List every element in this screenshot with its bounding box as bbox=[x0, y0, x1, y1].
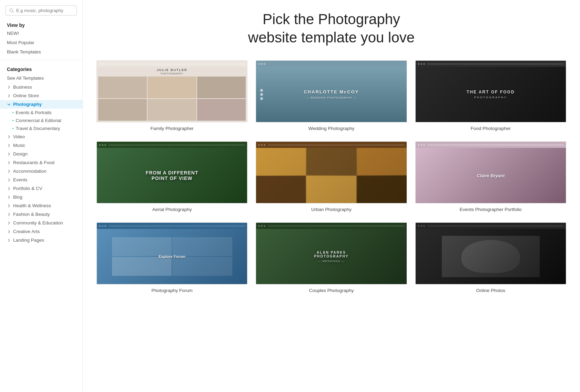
sidebar-item-blog[interactable]: Blog bbox=[0, 193, 82, 201]
cat-label-music: Music bbox=[13, 143, 25, 148]
chevron-right-icon bbox=[7, 178, 11, 182]
chevron-right-icon bbox=[7, 187, 11, 191]
view-by-heading: View by bbox=[0, 21, 82, 29]
mock-chrome bbox=[256, 142, 406, 148]
chevron-right-icon bbox=[7, 94, 11, 98]
template-card-aerial[interactable]: FROM A DIFFERENTPOINT OF VIEW Aerial Pho… bbox=[96, 141, 247, 212]
template-card-wedding[interactable]: CHARLOTTE McCOY— WEDDING PHOTOGRAPHY — W… bbox=[256, 60, 407, 131]
template-name-forum: Photography Forum bbox=[96, 288, 247, 293]
subitem-events-portraits[interactable]: Events & Portraits bbox=[12, 109, 82, 117]
template-card-couples[interactable]: ALAN PARKSPHOTOGRAPHY— WEDDINGS — Couple… bbox=[256, 222, 407, 293]
chevron-right-icon bbox=[7, 230, 11, 234]
mock-chrome bbox=[97, 142, 247, 148]
search-input[interactable] bbox=[16, 8, 73, 13]
cat-label-restaurants: Restaurants & Food bbox=[13, 160, 54, 165]
sidebar-item-business[interactable]: Business bbox=[0, 83, 82, 91]
template-thumb-aerial: FROM A DIFFERENTPOINT OF VIEW bbox=[96, 141, 247, 203]
photography-subitems: Events & Portraits Commercial & Editoria… bbox=[0, 109, 82, 132]
template-name-wedding: Wedding Photography bbox=[256, 126, 407, 131]
chevron-right-icon bbox=[7, 238, 11, 242]
template-card-family[interactable]: JULIE BUTLERPHOTOGRAPHY Family Photograp… bbox=[96, 60, 247, 131]
sidebar-item-see-all[interactable]: See All Templates bbox=[0, 73, 82, 83]
cat-label-events: Events bbox=[13, 177, 27, 182]
template-name-food: Food Photographer bbox=[415, 126, 566, 131]
chevron-right-icon bbox=[7, 169, 11, 173]
template-card-online[interactable]: Online Photos bbox=[415, 222, 566, 293]
cat-label-video: Video bbox=[13, 134, 25, 139]
chevron-right-icon bbox=[7, 85, 11, 89]
mock-chrome bbox=[416, 142, 566, 148]
template-thumb-wedding: CHARLOTTE McCOY— WEDDING PHOTOGRAPHY — bbox=[256, 60, 407, 122]
sidebar-item-community[interactable]: Community & Education bbox=[0, 219, 82, 227]
templates-grid: JULIE BUTLERPHOTOGRAPHY Family Photograp… bbox=[96, 60, 566, 293]
chevron-right-icon bbox=[7, 143, 11, 148]
mock-chrome bbox=[97, 223, 247, 229]
cat-label-photography: Photography bbox=[13, 102, 42, 107]
sidebar-item-restaurants[interactable]: Restaurants & Food bbox=[0, 158, 82, 167]
chevron-down-icon bbox=[7, 102, 11, 107]
subitem-commercial-editorial[interactable]: Commercial & Editorial bbox=[12, 117, 82, 124]
chevron-right-icon bbox=[7, 152, 11, 156]
cat-label-landing: Landing Pages bbox=[13, 238, 44, 243]
cat-label-design: Design bbox=[13, 151, 28, 157]
cat-label-portfolio: Portfolio & CV bbox=[13, 186, 42, 191]
template-thumb-forum: Explore Forum bbox=[96, 222, 247, 284]
cat-label-blog: Blog bbox=[13, 194, 22, 200]
search-box[interactable] bbox=[6, 6, 77, 16]
chevron-right-icon bbox=[7, 195, 11, 199]
chevron-right-icon bbox=[7, 221, 11, 225]
sidebar-item-portfolio[interactable]: Portfolio & CV bbox=[0, 184, 82, 193]
sidebar-item-online-store[interactable]: Online Store bbox=[0, 91, 82, 100]
chevron-right-icon bbox=[7, 212, 11, 217]
sidebar-item-blank-templates[interactable]: Blank Templates bbox=[0, 47, 82, 57]
template-name-aerial: Aerial Photography bbox=[96, 207, 247, 212]
cat-label-community: Community & Education bbox=[13, 220, 63, 225]
sidebar-item-new[interactable]: NEW! bbox=[0, 29, 82, 38]
sidebar-item-events[interactable]: Events bbox=[0, 175, 82, 184]
categories-heading: Categories bbox=[0, 64, 82, 73]
cat-label-online-store: Online Store bbox=[13, 93, 39, 98]
template-thumb-events: Claire Bryant bbox=[415, 141, 566, 203]
template-card-events[interactable]: Claire Bryant Events Photographer Portfo… bbox=[415, 141, 566, 212]
chevron-right-icon bbox=[7, 161, 11, 165]
mock-chrome bbox=[416, 61, 566, 67]
template-thumb-food: THE ART OF FOODPHOTOGRAPHY bbox=[415, 60, 566, 122]
cat-label-creative: Creative Arts bbox=[13, 229, 40, 234]
cat-label-health: Health & Wellness bbox=[13, 203, 51, 208]
mock-chrome bbox=[256, 61, 406, 67]
sidebar-item-creative[interactable]: Creative Arts bbox=[0, 227, 82, 236]
template-thumb-family: JULIE BUTLERPHOTOGRAPHY bbox=[96, 60, 247, 122]
chevron-right-icon bbox=[7, 204, 11, 208]
svg-line-1 bbox=[12, 11, 14, 13]
mock-chrome bbox=[256, 223, 406, 229]
main-content: Pick the Photography website template yo… bbox=[83, 0, 580, 392]
sidebar-item-fashion[interactable]: Fashion & Beauty bbox=[0, 210, 82, 219]
cat-label-accommodation: Accommodation bbox=[13, 169, 47, 174]
sidebar-item-landing[interactable]: Landing Pages bbox=[0, 236, 82, 244]
template-name-urban: Urban Photography bbox=[256, 207, 407, 212]
subitem-travel-documentary[interactable]: Travel & Documentary bbox=[12, 124, 82, 132]
template-card-urban[interactable]: Urban Photography bbox=[256, 141, 407, 212]
sidebar-item-most-popular[interactable]: Most Popular bbox=[0, 38, 82, 47]
sidebar-item-video[interactable]: Video bbox=[0, 132, 82, 141]
sidebar-item-design[interactable]: Design bbox=[0, 150, 82, 158]
template-thumb-urban bbox=[256, 141, 407, 203]
template-name-online: Online Photos bbox=[415, 288, 566, 293]
sidebar: View by NEW! Most Popular Blank Template… bbox=[0, 0, 83, 392]
mock-chrome bbox=[416, 223, 566, 229]
template-name-family: Family Photographer bbox=[96, 126, 247, 131]
template-name-couples: Couples Photography bbox=[256, 288, 407, 293]
divider bbox=[0, 60, 82, 60]
template-name-events: Events Photographer Portfolio bbox=[415, 207, 566, 212]
sidebar-item-health[interactable]: Health & Wellness bbox=[0, 201, 82, 210]
page-title: Pick the Photography website template yo… bbox=[96, 10, 566, 47]
mock-chrome bbox=[97, 61, 247, 67]
template-card-forum[interactable]: Explore Forum Photography Forum bbox=[96, 222, 247, 293]
sidebar-item-accommodation[interactable]: Accommodation bbox=[0, 167, 82, 175]
cat-label-business: Business bbox=[13, 84, 32, 90]
sidebar-item-photography[interactable]: Photography bbox=[0, 100, 82, 109]
sidebar-item-music[interactable]: Music bbox=[0, 141, 82, 150]
template-thumb-couples: ALAN PARKSPHOTOGRAPHY— WEDDINGS — bbox=[256, 222, 407, 284]
cat-label-fashion: Fashion & Beauty bbox=[13, 212, 50, 217]
template-card-food[interactable]: THE ART OF FOODPHOTOGRAPHY Food Photogra… bbox=[415, 60, 566, 131]
